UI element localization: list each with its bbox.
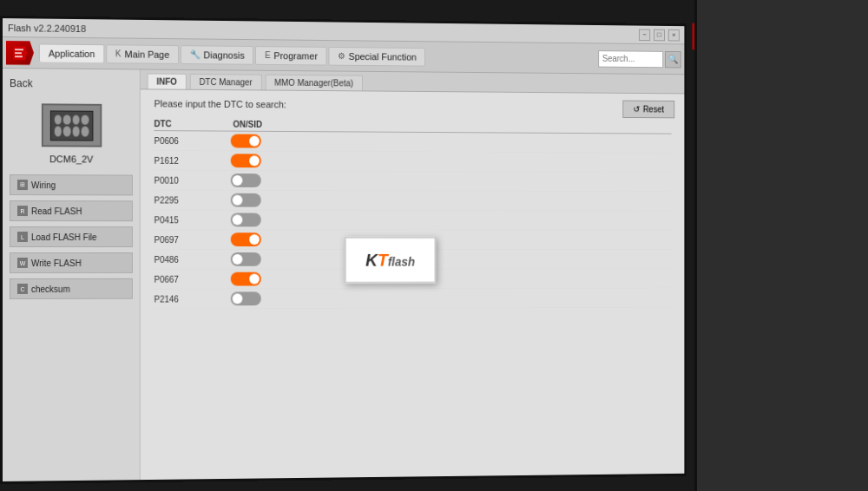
- dtc-code-3: P2295: [155, 195, 214, 205]
- read-flash-button[interactable]: R Read FLASH: [10, 200, 133, 221]
- toggle-knob-6: [233, 254, 243, 265]
- reset-label: Reset: [643, 105, 664, 115]
- device-icon-inner: [49, 110, 93, 141]
- dtc-code-0: P0606: [155, 136, 214, 146]
- toggle-knob-8: [233, 293, 243, 304]
- dtc-code-2: P0010: [155, 175, 214, 185]
- icon-dot-8: [82, 127, 89, 137]
- toggle-2[interactable]: [231, 173, 261, 187]
- ktflash-t: T: [378, 250, 388, 269]
- dtc-code-6: P0486: [155, 254, 214, 264]
- nav-search-button[interactable]: 🔍: [665, 50, 681, 68]
- tab-special-icon: ⚙: [338, 51, 345, 61]
- toggle-1[interactable]: [231, 154, 261, 167]
- ktflash-k: K: [365, 250, 378, 269]
- icon-dot-4: [82, 115, 89, 125]
- tab-programmer[interactable]: E Programer: [255, 46, 326, 65]
- toggle-5[interactable]: [231, 232, 261, 246]
- ktflash-rest: flash: [388, 254, 415, 268]
- toggle-6[interactable]: [231, 252, 261, 266]
- table-row: P2295: [155, 191, 672, 212]
- reset-icon: ↺: [633, 105, 639, 115]
- dtc-code-4: P0415: [155, 215, 214, 225]
- icon-dot-2: [63, 115, 70, 125]
- icon-dot-3: [72, 115, 79, 125]
- tab-main-page-label: Main Page: [125, 49, 170, 59]
- device-label: DCM6_2V: [10, 154, 133, 165]
- write-flash-button[interactable]: W Write FLASH: [10, 252, 133, 273]
- toggle-8[interactable]: [231, 291, 261, 305]
- tab-diagnosis-icon: 🔧: [190, 49, 201, 59]
- tab-diagnosis[interactable]: 🔧 Diagnosis: [181, 45, 253, 65]
- tab-application[interactable]: Application: [39, 43, 104, 62]
- reset-button[interactable]: ↺ Reset: [622, 101, 674, 119]
- load-flash-icon: L: [17, 232, 28, 242]
- header-status: ON/SID: [214, 120, 281, 129]
- header-dtc: DTC: [155, 119, 214, 128]
- right-panel: INFO DTC Manager MMO Manager(Beta) ↺ Res…: [141, 69, 685, 480]
- toggle-0[interactable]: [231, 134, 261, 148]
- dtc-code-1: P1612: [155, 155, 214, 165]
- main-content: Back DCM6_2V ⊞ W: [3, 69, 684, 481]
- tab-programmer-icon: E: [265, 50, 270, 60]
- toggle-knob-1: [249, 155, 260, 166]
- write-flash-icon: W: [17, 258, 28, 268]
- checksum-label: checksum: [31, 284, 70, 293]
- wiring-label: Wiring: [31, 180, 56, 190]
- toggle-4[interactable]: [231, 213, 261, 226]
- checksum-button[interactable]: C checksum: [10, 278, 133, 299]
- toggle-knob-7: [249, 274, 260, 285]
- tab-mmo-label: MMO Manager(Beta): [274, 78, 353, 88]
- panel-tab-info[interactable]: INFO: [148, 74, 187, 89]
- read-flash-label: Read FLASH: [31, 206, 82, 216]
- checksum-icon: C: [17, 284, 28, 294]
- dtc-code-5: P0697: [155, 235, 214, 245]
- app-window: Flash v2.2.240918 − □ × Application: [3, 18, 684, 481]
- icon-dot-1: [54, 115, 61, 125]
- table-row: P0606: [155, 131, 672, 154]
- wiring-icon: ⊞: [17, 180, 28, 190]
- toggle-3[interactable]: [231, 193, 261, 207]
- table-row: P0415: [155, 210, 672, 230]
- icon-dot-7: [72, 127, 79, 137]
- maximize-btn[interactable]: □: [654, 29, 665, 41]
- table-row: P1612: [155, 151, 672, 173]
- search-label: Please input the DTC to search:: [155, 98, 672, 112]
- ktflash-overlay: KTflash: [345, 236, 437, 283]
- table-row: P0010: [155, 171, 672, 193]
- tab-special-label: Special Function: [349, 51, 417, 62]
- tab-diagnosis-label: Diagnosis: [204, 49, 245, 60]
- ktflash-row-area: P0415 KTflash P0697: [155, 210, 672, 309]
- toggle-knob-2: [233, 175, 243, 186]
- right-monitor: [694, 0, 868, 491]
- write-flash-label: Write FLASH: [31, 258, 82, 267]
- tab-application-label: Application: [49, 49, 95, 59]
- window-title: Flash v2.2.240918: [8, 23, 86, 34]
- panel-content: ↺ Reset Please input the DTC to search: …: [141, 89, 685, 480]
- close-btn[interactable]: ×: [668, 29, 680, 41]
- minimize-btn[interactable]: −: [639, 29, 650, 41]
- read-flash-icon: R: [17, 206, 28, 216]
- icon-dot-5: [54, 126, 61, 136]
- dtc-code-8: P2146: [155, 294, 214, 304]
- nav-logo: [6, 41, 34, 65]
- tab-info-label: INFO: [156, 77, 176, 87]
- back-link[interactable]: Back: [10, 77, 133, 90]
- toggle-7[interactable]: [231, 272, 261, 286]
- table-row: P2146: [155, 288, 672, 309]
- panel-tab-dtc[interactable]: DTC Manager: [190, 74, 262, 90]
- load-flash-label: Load FLASH File: [31, 232, 97, 242]
- tab-special-function[interactable]: ⚙ Special Function: [328, 46, 425, 66]
- dtc-table: DTC ON/SID P0606 P1612 P0010: [155, 117, 672, 309]
- device-icon-box: [41, 103, 101, 147]
- load-flash-button[interactable]: L Load FLASH File: [10, 226, 133, 247]
- screen-container: Flash v2.2.240918 − □ × Application: [0, 16, 687, 484]
- wiring-button[interactable]: ⊞ Wiring: [10, 174, 133, 195]
- nav-search-input[interactable]: [598, 50, 663, 68]
- dtc-code-7: P0667: [155, 274, 214, 284]
- icon-dot-6: [63, 126, 70, 136]
- panel-tab-mmo[interactable]: MMO Manager(Beta): [265, 75, 362, 91]
- toggle-knob-4: [233, 214, 243, 225]
- tab-dtc-label: DTC Manager: [199, 77, 252, 87]
- tab-main-page[interactable]: K Main Page: [106, 44, 179, 64]
